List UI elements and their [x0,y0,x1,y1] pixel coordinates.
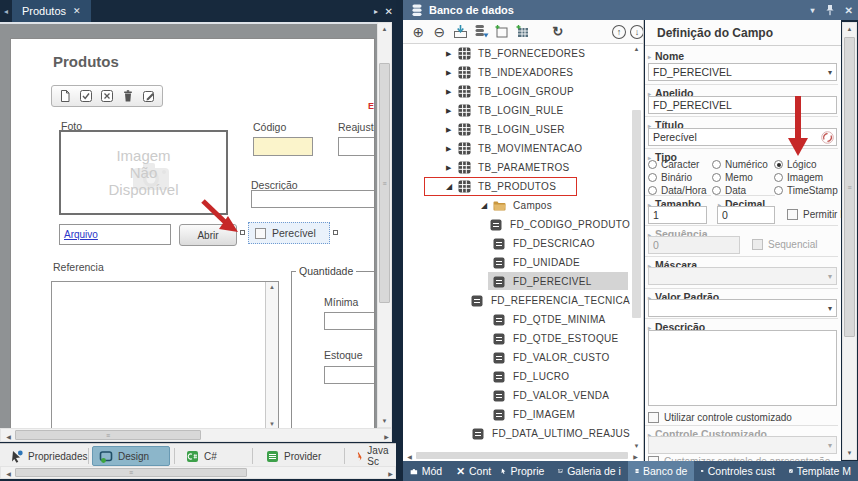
import-table-icon[interactable] [452,23,469,41]
scroll-down-icon[interactable]: ▼ [269,421,275,427]
tree-vertical-scrollbar[interactable]: ▲ ▼ [630,44,643,451]
selection-handle[interactable] [333,230,338,235]
arquivo-field[interactable]: Arquivo [59,224,171,245]
codigo-input[interactable] [253,137,313,156]
scrollbar-thumb[interactable]: ≡ [844,37,855,337]
twisty-collapsed-icon[interactable]: ▶ [446,107,458,115]
tree-item-field[interactable]: FD_QTDE_ESTOQUE [403,329,630,348]
perecivel-checkbox-control[interactable]: Perecível [248,222,330,244]
tree-item-field[interactable]: FD_DESCRICAO [403,234,630,253]
twisty-collapsed-icon[interactable]: ▶ [446,50,458,58]
expand-all-icon[interactable]: ⊕ [410,23,427,41]
scroll-left-icon[interactable]: ◀ [403,453,416,460]
panel-tab-controles[interactable]: ✕ Cont [449,461,494,481]
scroll-down-icon[interactable]: ▼ [630,443,643,449]
close-document-icon[interactable]: ✕ [385,6,393,17]
tab-csharp[interactable]: C# [180,446,223,466]
referencia-textarea[interactable]: ▲ ▼ [51,281,279,428]
descricao-textarea[interactable] [648,330,837,406]
scroll-right-icon[interactable]: ▶ [380,433,393,440]
tree-item-field[interactable]: FD_VALOR_CUSTO [403,348,630,367]
tree-item-field-selected[interactable]: FD_PERECIVEL [403,272,630,291]
delete-record-icon[interactable] [121,89,135,103]
scrollbar-thumb[interactable]: ≡ [15,468,247,477]
form-page[interactable]: Produtos Foto Imagem Não Disponível Arqu… [10,38,375,428]
tab-produtos[interactable]: Produtos ✕ [12,0,91,22]
radio-caracter[interactable]: Caracter [648,159,699,170]
scroll-up-icon[interactable]: ▲ [630,46,643,52]
panel-title-bar[interactable]: Banco de dados ▾ ✕ [403,0,858,20]
radio-logico[interactable]: Lógico [774,159,816,170]
scroll-left-icon[interactable]: ◀ [2,470,15,477]
tree-item-field[interactable]: FD_VALOR_VENDA [403,386,630,405]
panel-tab-modulos[interactable]: Mód [403,461,449,481]
nome-dropdown[interactable]: FD_PERECIVEL▾ [648,63,837,81]
estoque-input[interactable] [324,366,375,384]
chevron-down-icon[interactable]: ▾ [828,68,832,77]
scroll-right-icon[interactable]: ▶ [629,453,642,460]
scrollbar-thumb[interactable] [632,110,641,318]
twisty-collapsed-icon[interactable]: ▶ [446,126,458,134]
perecivel-checkbox[interactable] [255,228,266,239]
tree-item-table[interactable]: ▶TB_FORNECEDORES [403,44,630,63]
tree-item-field[interactable]: FD_REFERENCIA_TECNICA [403,291,630,310]
chevron-down-icon[interactable]: ▾ [828,304,832,313]
tree-item-table[interactable]: ▶TB_PARAMETROS [403,158,630,177]
pin-icon[interactable] [825,4,835,16]
scrollbar-thumb[interactable] [416,452,628,459]
translate-icon[interactable] [821,131,834,144]
twisty-collapsed-icon[interactable]: ▶ [446,164,458,172]
textarea-scrollbar[interactable]: ▲ ▼ [265,282,278,428]
bottom-horizontal-scrollbar[interactable]: ◀ ≡ ▶ [0,466,396,479]
refresh-icon[interactable]: ↻ [549,23,566,41]
panel-tab-controles-customizados[interactable]: Controles cust [694,461,782,481]
scroll-up-icon[interactable]: ▲ [269,284,275,290]
edit-record-icon[interactable] [142,89,156,103]
descricao-input[interactable] [251,190,375,208]
tab-scroll-left-icon[interactable]: ◂ [0,7,12,16]
tree-item-table-produtos[interactable]: ◢TB_PRODUTOS [403,177,630,196]
tree-item-field[interactable]: FD_CODIGO_PRODUTO [403,215,630,234]
tree-item-table[interactable]: ▶TB_MOVIMENTACAO [403,139,630,158]
tree-item-field[interactable]: FD_QTDE_MINIMA [403,310,630,329]
scroll-up-icon[interactable]: ▲ [843,26,856,32]
move-up-icon[interactable]: ↑ [612,25,626,39]
tree-horizontal-scrollbar[interactable]: ◀ ▶ [403,451,643,461]
close-tab-icon[interactable]: ✕ [73,6,81,16]
twisty-collapsed-icon[interactable]: ▶ [446,88,458,96]
twisty-expanded-icon[interactable]: ◢ [481,201,493,210]
tamanho-input[interactable] [648,206,707,224]
scroll-down-icon[interactable]: ▼ [378,418,391,424]
tree-item-table[interactable]: ▶TB_LOGIN_RULE [403,101,630,120]
panel-tab-banco-de-dados[interactable]: Banco de [628,461,695,481]
scroll-up-icon[interactable]: ▲ [378,26,391,32]
utilizar-controle-checkbox[interactable]: Utilizar controle customizado [648,412,792,423]
tree-item-field[interactable]: FD_DATA_ULTIMO_REAJUS [403,424,630,443]
radio-numerico[interactable]: Numérico [712,159,768,170]
database-tree[interactable]: ▶TB_FORNECEDORES ▶TB_INDEXADORES ▶TB_LOG… [403,44,630,451]
cancel-record-icon[interactable] [100,89,114,103]
tree-item-field[interactable]: FD_UNIDADE [403,253,630,272]
valor-padrao-dropdown[interactable]: ▾ [648,299,837,317]
tab-propriedades[interactable]: Propriedades [4,446,93,466]
permitir-nulo-checkbox[interactable]: Permitir N [787,209,841,220]
radio-timestamp[interactable]: TimeStamp [774,185,838,196]
panel-tab-template[interactable]: Template M [782,461,858,481]
radio-imagem[interactable]: Imagem [774,172,823,183]
tree-item-table[interactable]: ▶TB_LOGIN_USER [403,120,630,139]
new-table-icon[interactable] [494,23,511,41]
tree-item-table[interactable]: ▶TB_LOGIN_GROUP [403,82,630,101]
decimal-input[interactable] [717,206,775,224]
minima-input[interactable] [324,312,375,330]
scrollbar-thumb[interactable]: ≡ [15,430,201,440]
scroll-right-icon[interactable]: ▶ [384,470,397,477]
scroll-left-icon[interactable]: ◀ [2,433,15,440]
tab-design[interactable]: Design [92,446,170,466]
tab-scroll-right-icon[interactable]: ▸ [374,7,378,16]
tree-item-campos-folder[interactable]: ◢Campos [403,196,630,215]
database-import-icon[interactable] [473,23,490,41]
tree-item-table[interactable]: ▶TB_INDEXADORES [403,63,630,82]
twisty-collapsed-icon[interactable]: ▶ [446,145,458,153]
designer-vertical-scrollbar[interactable]: ▲ ≡ ▼ [377,22,392,428]
confirm-record-icon[interactable] [79,89,93,103]
